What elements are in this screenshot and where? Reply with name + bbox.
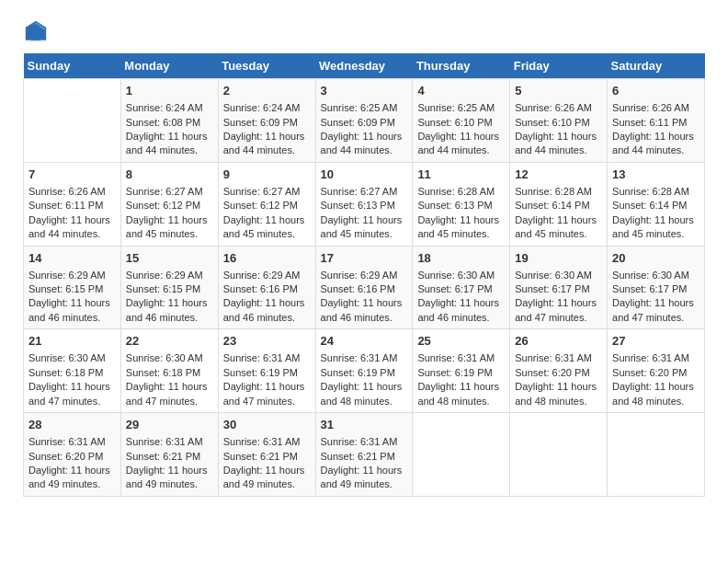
- sunset-text: Sunset: 6:09 PM: [321, 116, 408, 130]
- calendar-cell: [510, 413, 608, 497]
- day-number: 13: [612, 167, 700, 183]
- sunset-text: Sunset: 6:18 PM: [28, 366, 116, 380]
- week-row-1: 1Sunrise: 6:24 AMSunset: 6:08 PMDaylight…: [24, 79, 705, 163]
- day-header-tuesday: Tuesday: [218, 53, 315, 79]
- day-number: 1: [126, 83, 213, 99]
- calendar-cell: 7Sunrise: 6:26 AMSunset: 6:11 PMDaylight…: [24, 162, 121, 246]
- daylight-text: Daylight: 11 hours and 48 minutes.: [417, 380, 505, 408]
- daylight-text: Daylight: 11 hours and 44 minutes.: [126, 130, 213, 158]
- daylight-text: Daylight: 11 hours and 44 minutes.: [223, 130, 311, 158]
- sunrise-text: Sunrise: 6:31 AM: [223, 435, 311, 449]
- calendar-header-row: SundayMondayTuesdayWednesdayThursdayFrid…: [24, 53, 705, 79]
- calendar-cell: 15Sunrise: 6:29 AMSunset: 6:15 PMDayligh…: [120, 246, 218, 329]
- calendar-cell: 3Sunrise: 6:25 AMSunset: 6:09 PMDaylight…: [315, 79, 413, 163]
- daylight-text: Daylight: 11 hours and 45 minutes.: [417, 213, 505, 242]
- sunset-text: Sunset: 6:09 PM: [223, 116, 311, 130]
- week-row-5: 28Sunrise: 6:31 AMSunset: 6:20 PMDayligh…: [24, 413, 705, 497]
- calendar-cell: 21Sunrise: 6:30 AMSunset: 6:18 PMDayligh…: [24, 329, 121, 413]
- week-row-3: 14Sunrise: 6:29 AMSunset: 6:15 PMDayligh…: [24, 246, 705, 329]
- calendar-cell: 27Sunrise: 6:31 AMSunset: 6:20 PMDayligh…: [608, 329, 705, 413]
- sunrise-text: Sunrise: 6:27 AM: [223, 185, 311, 199]
- sunrise-text: Sunrise: 6:29 AM: [223, 269, 311, 282]
- week-row-2: 7Sunrise: 6:26 AMSunset: 6:11 PMDaylight…: [24, 162, 705, 246]
- daylight-text: Daylight: 11 hours and 45 minutes.: [223, 213, 311, 242]
- sunset-text: Sunset: 6:17 PM: [515, 282, 602, 296]
- day-number: 21: [28, 333, 116, 350]
- sunrise-text: Sunrise: 6:29 AM: [321, 269, 408, 282]
- sunrise-text: Sunrise: 6:25 AM: [417, 101, 505, 115]
- sunset-text: Sunset: 6:11 PM: [612, 116, 700, 130]
- sunset-text: Sunset: 6:17 PM: [417, 282, 505, 296]
- day-number: 2: [223, 83, 311, 99]
- day-number: 12: [515, 167, 602, 183]
- logo-icon: [23, 18, 49, 44]
- day-number: 15: [126, 250, 213, 267]
- daylight-text: Daylight: 11 hours and 49 minutes.: [321, 464, 408, 492]
- sunrise-text: Sunrise: 6:31 AM: [515, 351, 602, 365]
- calendar-cell: 23Sunrise: 6:31 AMSunset: 6:19 PMDayligh…: [218, 329, 315, 413]
- sunset-text: Sunset: 6:21 PM: [321, 450, 408, 464]
- calendar-table: SundayMondayTuesdayWednesdayThursdayFrid…: [23, 53, 705, 497]
- day-header-wednesday: Wednesday: [315, 53, 413, 79]
- sunset-text: Sunset: 6:19 PM: [321, 366, 408, 380]
- daylight-text: Daylight: 11 hours and 47 minutes.: [126, 380, 213, 408]
- daylight-text: Daylight: 11 hours and 48 minutes.: [612, 380, 700, 408]
- calendar-cell: 13Sunrise: 6:28 AMSunset: 6:14 PMDayligh…: [608, 162, 705, 246]
- daylight-text: Daylight: 11 hours and 46 minutes.: [417, 296, 505, 325]
- page-header: [23, 18, 705, 44]
- day-header-monday: Monday: [120, 53, 218, 79]
- calendar-cell: 11Sunrise: 6:28 AMSunset: 6:13 PMDayligh…: [413, 162, 510, 246]
- calendar-cell: 20Sunrise: 6:30 AMSunset: 6:17 PMDayligh…: [608, 246, 705, 329]
- sunset-text: Sunset: 6:19 PM: [417, 366, 505, 380]
- calendar-cell: 10Sunrise: 6:27 AMSunset: 6:13 PMDayligh…: [315, 162, 413, 246]
- sunset-text: Sunset: 6:13 PM: [321, 199, 408, 213]
- day-number: 5: [515, 83, 602, 99]
- sunrise-text: Sunrise: 6:31 AM: [417, 351, 505, 365]
- calendar-cell: 24Sunrise: 6:31 AMSunset: 6:19 PMDayligh…: [315, 329, 413, 413]
- daylight-text: Daylight: 11 hours and 48 minutes.: [515, 380, 602, 408]
- day-number: 6: [612, 83, 700, 99]
- day-number: 8: [126, 167, 213, 183]
- day-header-saturday: Saturday: [608, 53, 705, 79]
- day-header-thursday: Thursday: [413, 53, 510, 79]
- calendar-cell: 19Sunrise: 6:30 AMSunset: 6:17 PMDayligh…: [510, 246, 608, 329]
- daylight-text: Daylight: 11 hours and 49 minutes.: [126, 464, 213, 492]
- sunrise-text: Sunrise: 6:31 AM: [321, 351, 408, 365]
- sunset-text: Sunset: 6:18 PM: [126, 366, 213, 380]
- calendar-cell: [413, 413, 510, 497]
- sunset-text: Sunset: 6:21 PM: [126, 450, 213, 464]
- sunset-text: Sunset: 6:13 PM: [417, 199, 505, 213]
- sunset-text: Sunset: 6:15 PM: [28, 282, 116, 296]
- calendar-cell: 5Sunrise: 6:26 AMSunset: 6:10 PMDaylight…: [510, 79, 608, 163]
- day-number: 14: [28, 250, 116, 267]
- day-number: 20: [612, 250, 700, 267]
- sunrise-text: Sunrise: 6:29 AM: [126, 269, 213, 282]
- day-number: 30: [223, 417, 311, 433]
- day-number: 25: [417, 333, 505, 350]
- sunset-text: Sunset: 6:17 PM: [612, 282, 700, 296]
- sunrise-text: Sunrise: 6:30 AM: [515, 269, 602, 282]
- calendar-cell: 2Sunrise: 6:24 AMSunset: 6:09 PMDaylight…: [218, 79, 315, 163]
- day-number: 10: [321, 167, 408, 183]
- daylight-text: Daylight: 11 hours and 46 minutes.: [223, 296, 311, 325]
- day-number: 9: [223, 167, 311, 183]
- sunrise-text: Sunrise: 6:26 AM: [28, 185, 116, 199]
- calendar-cell: 31Sunrise: 6:31 AMSunset: 6:21 PMDayligh…: [315, 413, 413, 497]
- logo: [23, 18, 52, 44]
- daylight-text: Daylight: 11 hours and 47 minutes.: [612, 296, 700, 325]
- daylight-text: Daylight: 11 hours and 45 minutes.: [515, 213, 602, 242]
- sunrise-text: Sunrise: 6:30 AM: [126, 351, 213, 365]
- calendar-cell: 6Sunrise: 6:26 AMSunset: 6:11 PMDaylight…: [608, 79, 705, 163]
- sunrise-text: Sunrise: 6:28 AM: [515, 185, 602, 199]
- calendar-cell: 25Sunrise: 6:31 AMSunset: 6:19 PMDayligh…: [413, 329, 510, 413]
- sunrise-text: Sunrise: 6:27 AM: [126, 185, 213, 199]
- sunset-text: Sunset: 6:20 PM: [515, 366, 602, 380]
- sunrise-text: Sunrise: 6:24 AM: [223, 101, 311, 115]
- calendar-cell: 8Sunrise: 6:27 AMSunset: 6:12 PMDaylight…: [120, 162, 218, 246]
- sunset-text: Sunset: 6:08 PM: [126, 116, 213, 130]
- daylight-text: Daylight: 11 hours and 48 minutes.: [321, 380, 408, 408]
- daylight-text: Daylight: 11 hours and 49 minutes.: [223, 464, 311, 492]
- sunset-text: Sunset: 6:10 PM: [515, 116, 602, 130]
- calendar-cell: 22Sunrise: 6:30 AMSunset: 6:18 PMDayligh…: [120, 329, 218, 413]
- sunrise-text: Sunrise: 6:27 AM: [321, 185, 408, 199]
